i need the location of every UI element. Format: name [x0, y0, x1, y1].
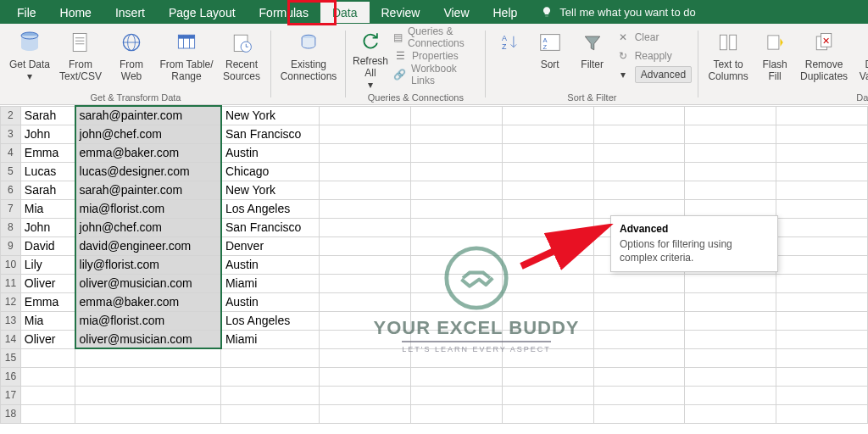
- cell[interactable]: [20, 348, 75, 367]
- cell[interactable]: [411, 236, 503, 255]
- cell[interactable]: Sarah: [20, 181, 75, 199]
- cell[interactable]: david@engineer.com: [75, 236, 221, 255]
- table-row[interactable]: 2Sarahsarah@painter.comNew York: [1, 106, 868, 125]
- cell[interactable]: [685, 162, 776, 181]
- row-header[interactable]: 11: [1, 274, 21, 292]
- cell[interactable]: [411, 162, 503, 181]
- tab-insert[interactable]: Insert: [103, 2, 157, 23]
- cell[interactable]: [320, 255, 411, 274]
- cell[interactable]: [593, 330, 685, 348]
- cell[interactable]: [75, 386, 221, 404]
- cell[interactable]: [320, 386, 411, 404]
- cell[interactable]: emma@baker.com: [75, 292, 221, 311]
- cell[interactable]: New York: [221, 181, 320, 199]
- cell[interactable]: New York: [221, 106, 320, 125]
- cell[interactable]: [411, 330, 503, 348]
- table-row[interactable]: 13Miamia@florist.comLos Angeles: [1, 311, 868, 330]
- row-header[interactable]: 12: [1, 292, 21, 311]
- cell[interactable]: [685, 330, 776, 348]
- row-header[interactable]: 7: [1, 199, 21, 218]
- cell[interactable]: [221, 404, 320, 423]
- remove-duplicates-button[interactable]: ✕ Remove Duplicates: [798, 27, 849, 90]
- cell[interactable]: [320, 106, 411, 125]
- tab-view[interactable]: View: [431, 2, 481, 23]
- table-row[interactable]: 17: [1, 386, 868, 404]
- cell[interactable]: [502, 292, 593, 311]
- workbook-links-button[interactable]: 🔗Workbook Links: [393, 66, 479, 83]
- cell[interactable]: [502, 367, 593, 386]
- tab-page-layout[interactable]: Page Layout: [157, 2, 248, 23]
- cell[interactable]: oliver@musician.com: [75, 274, 221, 292]
- cell[interactable]: [502, 330, 593, 348]
- cell[interactable]: [593, 404, 685, 423]
- cell[interactable]: [502, 199, 593, 218]
- row-header[interactable]: 2: [1, 106, 21, 125]
- cell[interactable]: emma@baker.com: [75, 143, 221, 162]
- table-row[interactable]: 12Emmaemma@baker.comAustin: [1, 292, 868, 311]
- row-header[interactable]: 13: [1, 311, 21, 330]
- cell[interactable]: San Francisco: [221, 218, 320, 236]
- table-row[interactable]: 15: [1, 348, 868, 367]
- cell[interactable]: Emma: [20, 292, 75, 311]
- cell[interactable]: [411, 255, 503, 274]
- table-row[interactable]: 11Oliveroliver@musician.comMiami: [1, 274, 868, 292]
- cell[interactable]: [502, 236, 593, 255]
- cell[interactable]: Los Angeles: [221, 199, 320, 218]
- cell[interactable]: [685, 348, 776, 367]
- sort-button[interactable]: AZ Sort: [531, 27, 569, 90]
- tab-formulas[interactable]: Formulas: [248, 2, 320, 23]
- cell[interactable]: [593, 311, 685, 330]
- cell[interactable]: [776, 404, 868, 423]
- row-header[interactable]: 15: [1, 348, 21, 367]
- row-header[interactable]: 6: [1, 181, 21, 199]
- cell[interactable]: [685, 274, 776, 292]
- cell[interactable]: [502, 255, 593, 274]
- table-row[interactable]: 16: [1, 367, 868, 386]
- cell[interactable]: [593, 274, 685, 292]
- cell[interactable]: [411, 199, 503, 218]
- reapply-filter-button[interactable]: ↻Reapply: [616, 47, 692, 64]
- cell[interactable]: [320, 311, 411, 330]
- row-header[interactable]: 4: [1, 143, 21, 162]
- cell[interactable]: [411, 218, 503, 236]
- cell[interactable]: lily@florist.com: [75, 255, 221, 274]
- cell[interactable]: [411, 143, 503, 162]
- cell[interactable]: [685, 386, 776, 404]
- cell[interactable]: [502, 106, 593, 125]
- cell[interactable]: [320, 181, 411, 199]
- cell[interactable]: Miami: [221, 330, 320, 348]
- cell[interactable]: [776, 311, 868, 330]
- cell[interactable]: [320, 404, 411, 423]
- cell[interactable]: [320, 292, 411, 311]
- cell[interactable]: [776, 255, 868, 274]
- cell[interactable]: [593, 292, 685, 311]
- cell[interactable]: [320, 330, 411, 348]
- cell[interactable]: [320, 143, 411, 162]
- row-header[interactable]: 18: [1, 404, 21, 423]
- cell[interactable]: Emma: [20, 143, 75, 162]
- cell[interactable]: [593, 181, 685, 199]
- cell[interactable]: Los Angeles: [221, 311, 320, 330]
- row-header[interactable]: 9: [1, 236, 21, 255]
- cell[interactable]: [776, 348, 868, 367]
- cell[interactable]: Lucas: [20, 162, 75, 181]
- cell[interactable]: sarah@painter.com: [75, 181, 221, 199]
- cell[interactable]: [411, 106, 503, 125]
- table-row[interactable]: 3Johnjohn@chef.comSan Francisco: [1, 125, 868, 143]
- cell[interactable]: [75, 404, 221, 423]
- cell[interactable]: [320, 199, 411, 218]
- cell[interactable]: [20, 386, 75, 404]
- cell[interactable]: [221, 348, 320, 367]
- cell[interactable]: [593, 106, 685, 125]
- cell[interactable]: Denver: [221, 236, 320, 255]
- cell[interactable]: [776, 386, 868, 404]
- cell[interactable]: [320, 162, 411, 181]
- cell[interactable]: lucas@designer.com: [75, 162, 221, 181]
- cell[interactable]: [593, 125, 685, 143]
- from-table-range-button[interactable]: From Table/ Range: [159, 27, 214, 90]
- cell[interactable]: [593, 143, 685, 162]
- cell[interactable]: [502, 181, 593, 199]
- cell[interactable]: [320, 218, 411, 236]
- cell[interactable]: David: [20, 236, 75, 255]
- refresh-all-button[interactable]: Refresh All▾: [353, 27, 388, 90]
